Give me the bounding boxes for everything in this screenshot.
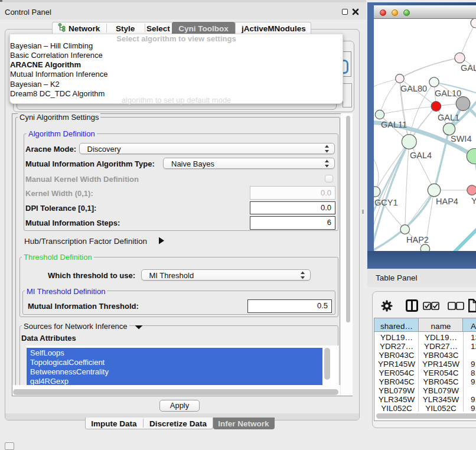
- svg-text:GAL11: GAL11: [381, 120, 407, 129]
- svg-text:HAP4: HAP4: [436, 197, 458, 206]
- svg-text:GAL1: GAL1: [438, 113, 459, 122]
- svg-text:GAL80: GAL80: [400, 84, 427, 93]
- svg-text:GAL10: GAL10: [435, 89, 461, 98]
- svg-text:GCY1: GCY1: [374, 198, 398, 207]
- svg-text:SWI4: SWI4: [451, 134, 471, 144]
- svg-text:GAL: GAL: [461, 63, 476, 73]
- svg-text:GAL4: GAL4: [410, 151, 432, 160]
- svg-text:HAP2: HAP2: [406, 235, 429, 244]
- svg-text:Y: Y: [471, 196, 476, 206]
